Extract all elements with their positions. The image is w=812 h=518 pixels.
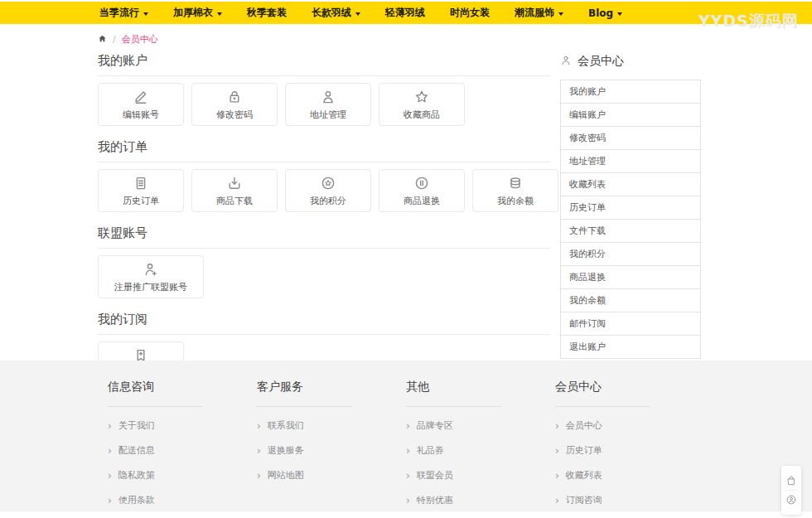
- footer-column-member-center: 会员中心 ›会员中心 ›历史订单 ›收藏列表 ›订阅咨询: [555, 361, 704, 518]
- card-label: 商品下载: [216, 195, 253, 207]
- footer-column-service: 客户服务 ›联系我们 ›退换服务 ›网站地图: [257, 361, 406, 518]
- sidebar-item-my-points[interactable]: 我的积分: [561, 243, 700, 266]
- nav-item-label: 潮流服饰: [515, 6, 554, 20]
- card-edit-account[interactable]: 编辑账号: [98, 83, 184, 126]
- footer-link-shipping-info[interactable]: ›配送信息: [108, 444, 257, 457]
- footer-link-label: 关于我们: [118, 419, 155, 432]
- bag-icon[interactable]: [785, 472, 797, 490]
- card-product-download[interactable]: 商品下载: [191, 169, 278, 212]
- nav-item-label: Blog: [588, 7, 613, 19]
- chevron-right-icon: ›: [257, 421, 261, 431]
- nav-item-light-down[interactable]: 轻薄羽绒: [385, 6, 425, 20]
- footer-link-affiliate-member[interactable]: ›联盟会员: [406, 469, 555, 482]
- chevron-down-icon: [558, 12, 563, 16]
- chevron-right-icon: ›: [555, 496, 559, 506]
- card-order-history[interactable]: 历史订单: [98, 169, 184, 212]
- footer-link-label: 网站地图: [268, 469, 304, 482]
- nav-item-autumn-suit[interactable]: 秋季套装: [247, 6, 287, 20]
- card-label: 注册推广联盟账号: [114, 281, 187, 293]
- footer-link-privacy-policy[interactable]: ›隐私政策: [108, 469, 257, 482]
- nav-item-label: 秋季套装: [247, 6, 287, 20]
- footer-link-wishlist[interactable]: ›收藏列表: [555, 469, 704, 482]
- chevron-right-icon: ›: [555, 446, 559, 456]
- chevron-right-icon: ›: [108, 446, 112, 456]
- chevron-right-icon: ›: [257, 446, 261, 456]
- home-icon[interactable]: [98, 34, 107, 46]
- sidebar-item-order-history[interactable]: 历史订单: [561, 196, 700, 220]
- footer-link-gift-voucher[interactable]: ›礼品券: [406, 444, 555, 457]
- breadcrumb-separator: /: [113, 34, 116, 45]
- card-favorite-products[interactable]: 收藏商品: [379, 83, 465, 126]
- breadcrumb-current[interactable]: 会员中心: [122, 33, 158, 46]
- sidebar-title-label: 会员中心: [578, 54, 624, 69]
- card-row-affiliate: 注册推广联盟账号: [98, 255, 550, 298]
- card-register-affiliate[interactable]: 注册推广联盟账号: [98, 255, 204, 298]
- nav-item-label: 轻薄羽绒: [385, 6, 425, 20]
- sidebar-item-product-return[interactable]: 商品退换: [561, 266, 700, 289]
- divider: [406, 406, 501, 407]
- footer-link-label: 礼品券: [417, 444, 444, 457]
- footer-link-subscription-inquiry[interactable]: ›订阅咨询: [555, 494, 704, 506]
- card-change-password[interactable]: 修改密码: [191, 83, 278, 126]
- sidebar-item-address-management[interactable]: 地址管理: [561, 150, 700, 173]
- divider: [555, 406, 650, 407]
- sidebar-item-email-subscription[interactable]: 邮件订阅: [561, 312, 700, 336]
- card-product-return[interactable]: 商品退换: [379, 169, 465, 212]
- nav-item-season-trend[interactable]: 当季流行: [99, 6, 148, 20]
- section-title-my-orders: 我的订单: [98, 139, 550, 162]
- card-my-balance[interactable]: 我的余额: [472, 169, 558, 212]
- sidebar-menu: 我的账户 编辑账户 修改密码 地址管理 收藏列表 历史订单 文件下载 我的积分 …: [560, 80, 701, 359]
- card-label: 地址管理: [310, 109, 346, 121]
- footer-link-label: 会员中心: [566, 419, 602, 432]
- footer-link-label: 隐私政策: [118, 469, 155, 482]
- card-address-management[interactable]: 地址管理: [285, 83, 371, 126]
- sidebar-item-wishlist[interactable]: 收藏列表: [561, 173, 700, 196]
- sidebar-item-change-password[interactable]: 修改密码: [561, 127, 700, 150]
- balance-icon: [507, 175, 524, 191]
- nav-item-label: 时尚女装: [450, 6, 490, 20]
- order-list-icon: [133, 175, 149, 191]
- footer-column-other: 其他 ›品牌专区 ›礼品券 ›联盟会员 ›特别优惠: [406, 361, 555, 518]
- nav-item-trendy-apparel[interactable]: 潮流服饰: [515, 6, 563, 20]
- footer-column-title: 其他: [406, 380, 555, 395]
- sidebar-item-file-download[interactable]: 文件下载: [561, 220, 700, 243]
- chevron-down-icon: [355, 12, 360, 16]
- footer-column-title: 信息咨询: [108, 380, 257, 395]
- footer-link-special-offers[interactable]: ›特别优惠: [406, 494, 555, 506]
- nav-item-thick-coat[interactable]: 加厚棉衣: [173, 6, 222, 20]
- sidebar-item-edit-account[interactable]: 编辑账户: [561, 104, 700, 127]
- chevron-right-icon: ›: [555, 421, 559, 431]
- nav-item-fashion-women[interactable]: 时尚女装: [450, 6, 490, 20]
- person-plus-icon: [143, 261, 159, 278]
- card-label: 历史订单: [123, 195, 159, 207]
- footer-column-title: 客户服务: [257, 380, 406, 395]
- chevron-right-icon: ›: [406, 496, 410, 506]
- sidebar-item-my-account[interactable]: 我的账户: [561, 80, 700, 104]
- sidebar-item-logout[interactable]: 退出账户: [561, 336, 700, 359]
- footer-link-brand-zone[interactable]: ›品牌专区: [406, 419, 555, 432]
- card-label: 编辑账号: [123, 109, 159, 121]
- nav-item-label: 长款羽绒: [312, 6, 351, 20]
- footer-link-terms-of-use[interactable]: ›使用条款: [108, 494, 257, 506]
- chevron-right-icon: ›: [406, 446, 410, 456]
- member-sidebar: 会员中心 我的账户 编辑账户 修改密码 地址管理 收藏列表 历史订单 文件下载 …: [560, 53, 701, 385]
- card-label: 修改密码: [216, 109, 253, 121]
- card-row-my-orders: 历史订单 商品下载 我的积分 商品退换 我的余额: [98, 169, 550, 212]
- chevron-right-icon: ›: [108, 471, 112, 481]
- account-icon[interactable]: [785, 491, 797, 509]
- sidebar-item-my-balance[interactable]: 我的余额: [561, 289, 700, 312]
- footer-link-member-center[interactable]: ›会员中心: [555, 419, 704, 432]
- footer-link-sitemap[interactable]: ›网站地图: [257, 469, 406, 482]
- chevron-right-icon: ›: [108, 421, 112, 431]
- card-my-points[interactable]: 我的积分: [285, 169, 371, 212]
- nav-item-blog[interactable]: Blog: [588, 7, 622, 19]
- footer-column-info: 信息咨询 ›关于我们 ›配送信息 ›隐私政策 ›使用条款: [108, 361, 257, 518]
- person-icon: [320, 89, 336, 105]
- footer-link-contact-us[interactable]: ›联系我们: [257, 419, 406, 432]
- footer-link-about-us[interactable]: ›关于我们: [108, 419, 257, 432]
- chevron-right-icon: ›: [108, 496, 112, 506]
- footer-link-order-history[interactable]: ›历史订单: [555, 444, 704, 457]
- footer-link-return-service[interactable]: ›退换服务: [257, 444, 406, 457]
- download-icon: [226, 175, 243, 191]
- nav-item-long-down[interactable]: 长款羽绒: [312, 6, 360, 20]
